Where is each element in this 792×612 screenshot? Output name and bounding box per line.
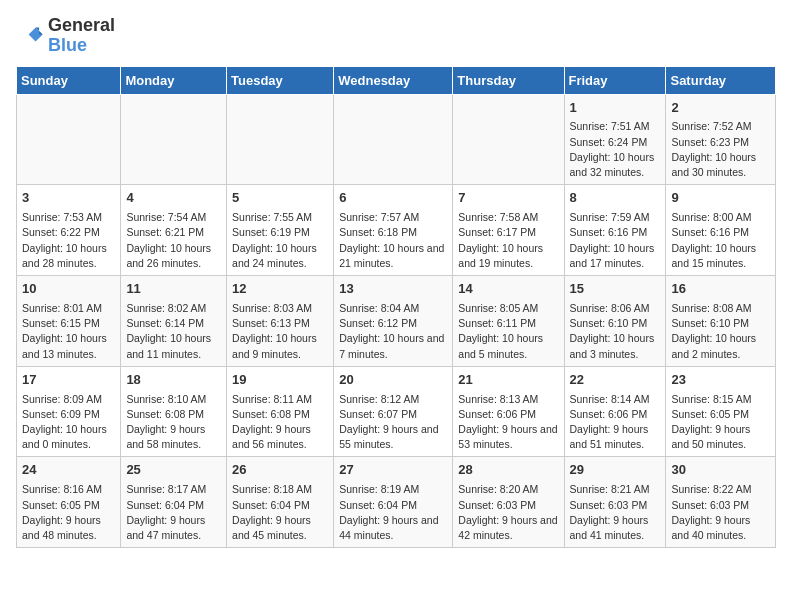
day-cell: 1Sunrise: 7:51 AMSunset: 6:24 PMDaylight… — [564, 94, 666, 185]
day-info: Sunset: 6:05 PM — [671, 407, 770, 422]
day-number: 19 — [232, 371, 328, 390]
day-info: Daylight: 10 hours and 5 minutes. — [458, 331, 558, 361]
day-cell: 18Sunrise: 8:10 AMSunset: 6:08 PMDayligh… — [121, 366, 227, 457]
day-cell: 17Sunrise: 8:09 AMSunset: 6:09 PMDayligh… — [17, 366, 121, 457]
day-info: Sunset: 6:09 PM — [22, 407, 115, 422]
day-number: 28 — [458, 461, 558, 480]
day-info: Daylight: 9 hours and 40 minutes. — [671, 513, 770, 543]
day-info: Daylight: 9 hours and 47 minutes. — [126, 513, 221, 543]
logo-text: General Blue — [48, 16, 115, 56]
day-cell: 21Sunrise: 8:13 AMSunset: 6:06 PMDayligh… — [453, 366, 564, 457]
day-number: 13 — [339, 280, 447, 299]
day-info: Sunrise: 7:54 AM — [126, 210, 221, 225]
day-cell — [17, 94, 121, 185]
day-info: Sunset: 6:03 PM — [671, 498, 770, 513]
day-number: 27 — [339, 461, 447, 480]
day-cell: 16Sunrise: 8:08 AMSunset: 6:10 PMDayligh… — [666, 276, 776, 367]
day-number: 26 — [232, 461, 328, 480]
day-info: Daylight: 10 hours and 11 minutes. — [126, 331, 221, 361]
day-cell: 15Sunrise: 8:06 AMSunset: 6:10 PMDayligh… — [564, 276, 666, 367]
day-number: 23 — [671, 371, 770, 390]
day-info: Sunset: 6:05 PM — [22, 498, 115, 513]
day-info: Daylight: 9 hours and 53 minutes. — [458, 422, 558, 452]
day-cell: 2Sunrise: 7:52 AMSunset: 6:23 PMDaylight… — [666, 94, 776, 185]
day-cell: 22Sunrise: 8:14 AMSunset: 6:06 PMDayligh… — [564, 366, 666, 457]
day-info: Sunset: 6:08 PM — [126, 407, 221, 422]
day-number: 14 — [458, 280, 558, 299]
week-row-3: 10Sunrise: 8:01 AMSunset: 6:15 PMDayligh… — [17, 276, 776, 367]
col-header-friday: Friday — [564, 66, 666, 94]
calendar-header-row: SundayMondayTuesdayWednesdayThursdayFrid… — [17, 66, 776, 94]
day-number: 25 — [126, 461, 221, 480]
day-cell: 7Sunrise: 7:58 AMSunset: 6:17 PMDaylight… — [453, 185, 564, 276]
day-info: Sunrise: 8:00 AM — [671, 210, 770, 225]
day-number: 15 — [570, 280, 661, 299]
day-info: Daylight: 10 hours and 28 minutes. — [22, 241, 115, 271]
day-cell — [121, 94, 227, 185]
day-info: Sunrise: 8:15 AM — [671, 392, 770, 407]
day-info: Sunrise: 7:51 AM — [570, 119, 661, 134]
day-info: Sunrise: 8:17 AM — [126, 482, 221, 497]
day-cell: 29Sunrise: 8:21 AMSunset: 6:03 PMDayligh… — [564, 457, 666, 548]
day-info: Daylight: 10 hours and 26 minutes. — [126, 241, 221, 271]
day-number: 24 — [22, 461, 115, 480]
day-cell: 10Sunrise: 8:01 AMSunset: 6:15 PMDayligh… — [17, 276, 121, 367]
col-header-sunday: Sunday — [17, 66, 121, 94]
day-info: Daylight: 9 hours and 42 minutes. — [458, 513, 558, 543]
day-info: Daylight: 10 hours and 2 minutes. — [671, 331, 770, 361]
day-info: Sunset: 6:07 PM — [339, 407, 447, 422]
day-info: Sunset: 6:04 PM — [339, 498, 447, 513]
day-info: Sunset: 6:18 PM — [339, 225, 447, 240]
day-info: Sunset: 6:19 PM — [232, 225, 328, 240]
day-number: 12 — [232, 280, 328, 299]
day-info: Sunset: 6:13 PM — [232, 316, 328, 331]
day-cell: 12Sunrise: 8:03 AMSunset: 6:13 PMDayligh… — [227, 276, 334, 367]
day-number: 21 — [458, 371, 558, 390]
day-number: 30 — [671, 461, 770, 480]
day-cell: 11Sunrise: 8:02 AMSunset: 6:14 PMDayligh… — [121, 276, 227, 367]
day-info: Sunset: 6:24 PM — [570, 135, 661, 150]
day-info: Daylight: 10 hours and 30 minutes. — [671, 150, 770, 180]
day-info: Sunset: 6:03 PM — [458, 498, 558, 513]
day-info: Daylight: 9 hours and 50 minutes. — [671, 422, 770, 452]
day-info: Sunrise: 8:04 AM — [339, 301, 447, 316]
day-cell — [453, 94, 564, 185]
day-info: Sunrise: 7:57 AM — [339, 210, 447, 225]
day-info: Daylight: 9 hours and 41 minutes. — [570, 513, 661, 543]
day-cell: 6Sunrise: 7:57 AMSunset: 6:18 PMDaylight… — [334, 185, 453, 276]
day-number: 9 — [671, 189, 770, 208]
day-cell: 20Sunrise: 8:12 AMSunset: 6:07 PMDayligh… — [334, 366, 453, 457]
logo-icon — [16, 22, 44, 50]
col-header-saturday: Saturday — [666, 66, 776, 94]
day-number: 11 — [126, 280, 221, 299]
day-info: Sunrise: 7:59 AM — [570, 210, 661, 225]
logo: General Blue — [16, 16, 115, 56]
day-number: 1 — [570, 99, 661, 118]
day-info: Sunset: 6:10 PM — [671, 316, 770, 331]
day-cell: 23Sunrise: 8:15 AMSunset: 6:05 PMDayligh… — [666, 366, 776, 457]
day-info: Daylight: 10 hours and 3 minutes. — [570, 331, 661, 361]
day-number: 20 — [339, 371, 447, 390]
day-info: Sunset: 6:16 PM — [671, 225, 770, 240]
day-cell: 28Sunrise: 8:20 AMSunset: 6:03 PMDayligh… — [453, 457, 564, 548]
day-info: Daylight: 9 hours and 58 minutes. — [126, 422, 221, 452]
day-info: Daylight: 10 hours and 32 minutes. — [570, 150, 661, 180]
day-info: Sunset: 6:10 PM — [570, 316, 661, 331]
day-info: Sunset: 6:14 PM — [126, 316, 221, 331]
day-cell: 19Sunrise: 8:11 AMSunset: 6:08 PMDayligh… — [227, 366, 334, 457]
day-info: Sunset: 6:04 PM — [232, 498, 328, 513]
day-info: Sunrise: 8:14 AM — [570, 392, 661, 407]
day-info: Sunrise: 7:58 AM — [458, 210, 558, 225]
day-info: Sunrise: 8:19 AM — [339, 482, 447, 497]
day-info: Sunrise: 8:09 AM — [22, 392, 115, 407]
week-row-5: 24Sunrise: 8:16 AMSunset: 6:05 PMDayligh… — [17, 457, 776, 548]
day-cell: 27Sunrise: 8:19 AMSunset: 6:04 PMDayligh… — [334, 457, 453, 548]
week-row-1: 1Sunrise: 7:51 AMSunset: 6:24 PMDaylight… — [17, 94, 776, 185]
day-info: Daylight: 9 hours and 44 minutes. — [339, 513, 447, 543]
day-info: Daylight: 9 hours and 55 minutes. — [339, 422, 447, 452]
day-info: Sunrise: 8:01 AM — [22, 301, 115, 316]
day-number: 4 — [126, 189, 221, 208]
day-info: Sunrise: 8:05 AM — [458, 301, 558, 316]
day-number: 2 — [671, 99, 770, 118]
day-info: Sunset: 6:23 PM — [671, 135, 770, 150]
